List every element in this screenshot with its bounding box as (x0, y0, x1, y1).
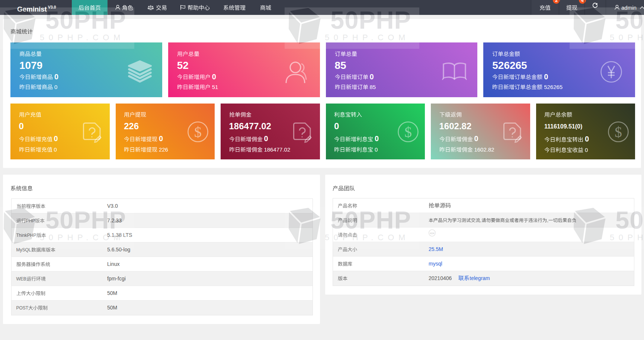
svg-text:$: $ (615, 124, 622, 140)
svg-text:404: 404 (430, 232, 435, 235)
svg-text:$: $ (194, 124, 202, 140)
svg-text:$: $ (404, 124, 412, 140)
